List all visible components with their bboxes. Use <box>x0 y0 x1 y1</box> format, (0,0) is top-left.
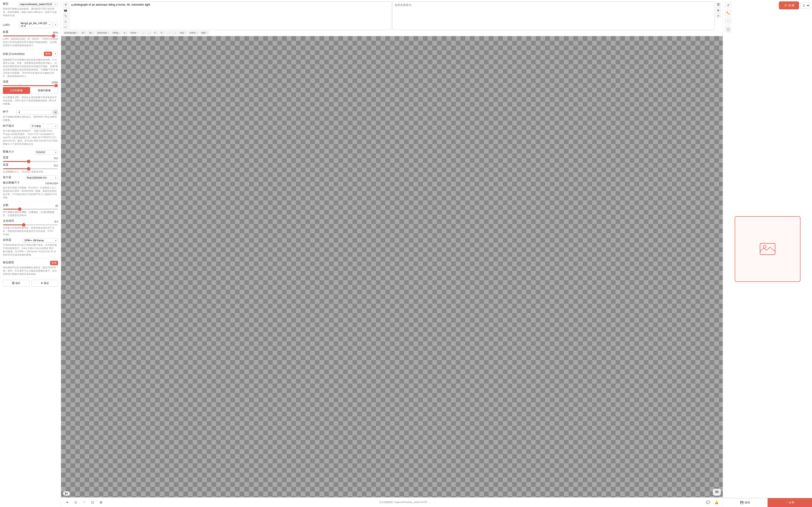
refiner-btn[interactable]: 禁用 <box>50 261 58 265</box>
prompt-icon-circle[interactable]: ◎ <box>63 19 68 24</box>
tag-x-astronaut[interactable]: × <box>108 32 109 34</box>
steps-slider[interactable] <box>3 209 58 210</box>
tag-riding[interactable]: riding × <box>111 31 122 35</box>
model-desc: 选择用于图像生成的模型。通用模型可用于所有用途，而某些模型（例如 waifui-… <box>3 7 58 17</box>
steps-value: 30 <box>51 205 58 207</box>
tag-x-4[interactable]: × <box>156 32 157 34</box>
controlnet-add-btn[interactable]: + <box>53 51 58 56</box>
tag-an[interactable]: an × <box>88 31 95 35</box>
model-dropdown[interactable]: majicmixRealistic_betterV2V25 ▾ <box>18 2 58 7</box>
tag-4[interactable]: 4 × <box>153 31 159 35</box>
tool-brush[interactable]: ♡ <box>81 499 87 506</box>
seed-mode-label: 种子模式 <box>3 124 14 128</box>
prompt-icon-camera[interactable]: 📷 <box>63 7 68 13</box>
tag-comma1[interactable]: , × <box>141 31 146 35</box>
tag-x-comma4[interactable]: × <box>175 32 176 34</box>
negative-icon-3[interactable]: ⚙ <box>716 13 721 18</box>
tag-x-a[interactable]: × <box>126 32 127 34</box>
preset-btn[interactable]: ⚙ 预设 <box>32 280 58 287</box>
prompt-icon-text[interactable]: a□ <box>63 24 68 30</box>
tool-draw[interactable]: ⊙ <box>72 499 79 506</box>
seed-input[interactable] <box>16 110 52 115</box>
tag-x-metric[interactable]: × <box>197 32 198 34</box>
tag-of[interactable]: of × <box>80 31 87 35</box>
tag-x-comma1[interactable]: × <box>143 32 144 34</box>
tag-x-light[interactable]: × <box>206 32 207 34</box>
count-select[interactable]: 1 2 4 <box>801 2 810 8</box>
controlnet-btn[interactable]: 禁用 <box>44 52 52 56</box>
right-image-area <box>723 0 812 498</box>
tool-eraser[interactable]: ⊡ <box>89 499 96 506</box>
zoom-badge: 1× <box>63 491 70 496</box>
prompt-input[interactable]: a photograph of an astronaut riding a ho… <box>69 1 392 30</box>
action-heart[interactable]: ♡ <box>725 18 731 24</box>
tag-photograph[interactable]: photograph × <box>63 31 80 35</box>
tag-volu[interactable]: volu × <box>178 31 188 35</box>
tool-grid[interactable]: ⊞ <box>98 499 104 506</box>
lora-add-btn[interactable]: + <box>53 22 58 27</box>
controlnet-label: 控制 (ControlNet) <box>3 52 25 56</box>
text-to-image-btn[interactable]: 文本到图像 <box>3 87 30 94</box>
image-to-image-btn[interactable]: 图像到图像 <box>31 87 58 94</box>
negative-icon-1[interactable]: 🖼 <box>716 2 721 7</box>
tag-astronaut[interactable]: astronaut × <box>96 31 110 35</box>
tag-x-comma2[interactable]: × <box>149 32 151 34</box>
sampler-dropdown[interactable]: DPM++ 2M Karras ▾ <box>23 238 58 243</box>
negative-prompt-input[interactable] <box>392 1 715 30</box>
tag-x-comma3[interactable]: × <box>169 32 170 34</box>
seed-random-btn[interactable]: ↺ <box>53 110 58 115</box>
negative-icon-2[interactable]: ◉ <box>716 7 721 13</box>
action-copy[interactable]: 📋 <box>725 26 731 33</box>
notification-btn[interactable]: 🔔 <box>713 499 720 506</box>
generate-btn[interactable]: ✨ 生成 <box>779 1 799 9</box>
project-btn[interactable]: ☰ 项目 <box>3 280 30 287</box>
output-size-value: 1024x1024 <box>45 182 58 185</box>
tag-x-horse[interactable]: × <box>137 32 138 34</box>
prompt-icon-grid[interactable]: ⊞ <box>63 2 68 7</box>
tag-x-an[interactable]: × <box>93 32 94 34</box>
weight-slider[interactable] <box>3 36 58 36</box>
tag-k[interactable]: k × <box>159 31 165 35</box>
guidance-slider[interactable] <box>3 224 58 225</box>
sampler-desc: 不同的采样器可以在不同的步骤下收放，并可能导致不同的视觉样式。Euler A 被… <box>3 243 58 257</box>
tool-select[interactable]: ✦ <box>64 499 70 506</box>
share-btn[interactable]: ↗ 分享 <box>768 498 812 507</box>
comment-btn[interactable]: 💬 <box>705 499 711 506</box>
tag-metric[interactable]: metric × <box>188 31 199 35</box>
right-bottom-actions: 💾 保存 ↗ 分享 <box>723 498 812 507</box>
prompt-icon-attach[interactable]: 📎 <box>63 13 68 18</box>
width-slider[interactable] <box>3 161 58 162</box>
tag-x-volu[interactable]: × <box>185 32 186 34</box>
seed-mode-dropdown[interactable]: 尺寸类似 ▾ <box>30 124 58 129</box>
seed-desc: 种子值确定图像生成的起点。相同的种子将生成相同的图像。 <box>3 115 58 122</box>
tag-comma4[interactable]: , × <box>172 31 177 35</box>
canvas-layers-btn[interactable] <box>713 489 721 496</box>
tag-horse[interactable]: horse × <box>129 31 140 35</box>
strength-slider[interactable] <box>3 85 58 86</box>
height-slider[interactable] <box>3 168 58 169</box>
upscaler-label: 放大器 <box>3 175 11 179</box>
center-panel: ⊞ 📷 📎 ◎ a□ a photograph of an astronaut … <box>61 0 723 507</box>
model-label: 模型 <box>3 2 8 6</box>
tag-comma2[interactable]: , × <box>147 31 152 35</box>
image-placeholder-icon <box>758 240 777 259</box>
tag-x-of[interactable]: × <box>84 32 86 34</box>
tag-light[interactable]: light × <box>200 31 209 35</box>
save-btn[interactable]: 💾 保存 <box>723 498 768 507</box>
action-undo[interactable]: ↺ <box>725 2 731 8</box>
tag-x-photograph[interactable]: × <box>77 32 78 34</box>
canvas-area[interactable]: 1× <box>61 36 723 497</box>
left-panel: 模型 majicmixRealistic_betterV2V25 ▾ 选择用于图… <box>0 0 61 507</box>
image-size-dropdown[interactable]: 512x512 ▾ <box>35 150 58 155</box>
action-edit[interactable]: ✏️ <box>725 10 731 16</box>
tag-x-k[interactable]: × <box>163 32 164 34</box>
lora-dropdown[interactable]: MengX girl_Mix_V40 (SD v1.x) ▾ <box>19 21 52 28</box>
seed-mode-arrow: ▾ <box>55 125 56 127</box>
tag-a[interactable]: a × <box>122 31 129 35</box>
tag-comma3[interactable]: , × <box>166 31 171 35</box>
size-desc: 生成图像的大小。512x512 是最佳结果。 <box>3 170 58 173</box>
tag-x-riding[interactable]: × <box>119 32 120 34</box>
prompt-tags: photograph × of × an × astronaut × ridin… <box>63 31 721 35</box>
seed-label: 种子 <box>3 110 8 114</box>
upscaler-dropdown[interactable]: Real-ESRGAN X2+ ▾ <box>25 176 58 180</box>
